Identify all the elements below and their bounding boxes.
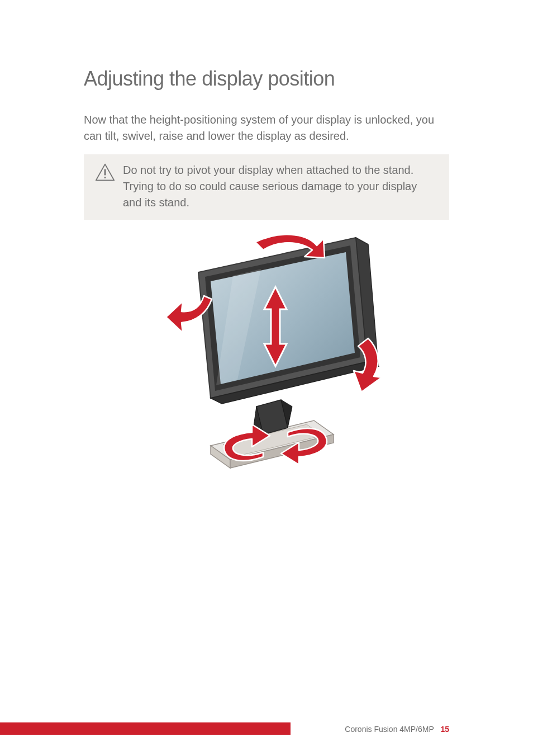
svg-rect-1 [104, 169, 106, 176]
warning-callout: Do not try to pivot your display when at… [84, 154, 449, 220]
intro-paragraph: Now that the height-positioning system o… [84, 112, 449, 144]
monitor-adjust-figure [84, 233, 449, 481]
footer-page-number: 15 [440, 725, 449, 734]
page-footer: Coronis Fusion 4MP/6MP 15 [0, 720, 533, 735]
footer-text: Coronis Fusion 4MP/6MP 15 [345, 725, 449, 734]
footer-product: Coronis Fusion 4MP/6MP [345, 725, 434, 734]
page-title: Adjusting the display position [84, 67, 449, 91]
warning-icon [95, 162, 115, 185]
svg-rect-2 [104, 177, 106, 178]
warning-text: Do not try to pivot your display when at… [123, 162, 438, 211]
footer-accent-bar [0, 722, 291, 735]
